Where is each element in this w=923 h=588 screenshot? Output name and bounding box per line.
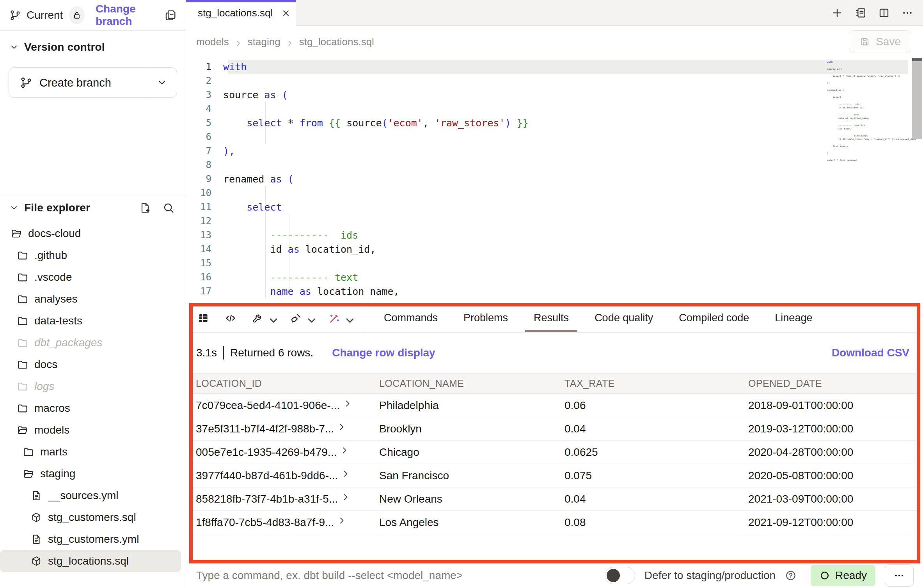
compile-code-button[interactable] bbox=[224, 312, 237, 324]
file-explorer-header[interactable]: File explorer bbox=[0, 202, 186, 214]
code-line-6[interactable]: 6 bbox=[186, 130, 923, 144]
minimap-line: ), bbox=[827, 81, 911, 85]
change-branch-link[interactable]: Change branch bbox=[96, 3, 164, 28]
tree-item-analyses[interactable]: analyses bbox=[0, 288, 181, 310]
new-tab-icon[interactable] bbox=[830, 6, 844, 20]
expand-cell-icon[interactable] bbox=[341, 469, 350, 478]
notebook-icon[interactable] bbox=[854, 6, 868, 20]
format-button[interactable] bbox=[290, 312, 313, 324]
tree-item--github[interactable]: .github bbox=[0, 244, 181, 266]
breadcrumb-item[interactable]: models bbox=[196, 36, 229, 48]
wrench-icon bbox=[252, 312, 264, 324]
code-line-15[interactable]: 15 bbox=[186, 256, 923, 270]
tab-stg-locations[interactable]: stg_locations.sql bbox=[186, 0, 296, 26]
more-options-icon[interactable] bbox=[900, 6, 914, 20]
panel-tab-compiled-code[interactable]: Compiled code bbox=[679, 304, 749, 332]
panel-tab-commands[interactable]: Commands bbox=[384, 304, 438, 332]
cell-location-name: San Francisco bbox=[373, 469, 558, 482]
editor-scrollbar[interactable] bbox=[912, 58, 922, 304]
expand-cell-icon[interactable] bbox=[337, 516, 346, 525]
close-tab-icon[interactable] bbox=[281, 9, 291, 18]
code-token: name bbox=[270, 286, 299, 297]
lock-icon bbox=[72, 10, 82, 20]
copy-icon[interactable] bbox=[164, 9, 177, 22]
code-line-14[interactable]: 14 id as location_id, bbox=[186, 242, 923, 256]
version-control-header[interactable]: Version control bbox=[0, 41, 186, 53]
defer-toggle[interactable] bbox=[605, 567, 635, 584]
code-line-10[interactable]: 10 bbox=[186, 186, 923, 200]
tree-item-stg-customers-sql[interactable]: stg_customers.sql bbox=[0, 507, 181, 528]
main-area: stg_locations.sql bbox=[186, 0, 923, 588]
more-actions-button[interactable] bbox=[885, 564, 914, 587]
chevron-down-icon bbox=[157, 78, 167, 88]
code-line-4[interactable]: 4 bbox=[186, 102, 923, 116]
expand-cell-icon[interactable] bbox=[340, 446, 349, 455]
split-pane-icon[interactable] bbox=[877, 6, 891, 20]
code-line-16[interactable]: 16 ---------- text bbox=[186, 270, 923, 284]
panel-tab-code-quality[interactable]: Code quality bbox=[595, 304, 653, 332]
tree-item-docs[interactable]: docs bbox=[0, 354, 181, 375]
tree-item-marts[interactable]: marts bbox=[0, 441, 181, 463]
tree-item-stg-customers-yml[interactable]: stg_customers.yml bbox=[0, 528, 181, 550]
ellipsis-icon bbox=[893, 570, 905, 581]
code-line-8[interactable]: 8 bbox=[186, 158, 923, 172]
tree-item-logs[interactable]: logs bbox=[0, 375, 181, 397]
change-row-display-link[interactable]: Change row display bbox=[332, 347, 435, 359]
tree-item-stg-locations-sql[interactable]: stg_locations.sql bbox=[0, 550, 181, 572]
table-header-row: LOCATION_IDLOCATION_NAMETAX_RATEOPENED_D… bbox=[189, 373, 919, 394]
command-bar: Type a command, ex. dbt build --select <… bbox=[186, 563, 923, 588]
tree-item-data-tests[interactable]: data-tests bbox=[0, 310, 181, 332]
code-line-5[interactable]: 5 select * from {{ source('ecom', 'raw_s… bbox=[186, 116, 923, 130]
tree-item-dbt-packages[interactable]: dbt_packages bbox=[0, 332, 181, 354]
cell-location-id: 005e7e1c-1935-4269-b479... bbox=[189, 446, 373, 459]
build-button[interactable] bbox=[252, 312, 275, 324]
line-number: 7 bbox=[186, 145, 223, 156]
minimap[interactable]: with source as ( select * from {{ source… bbox=[827, 60, 911, 162]
code-line-2[interactable]: 2 bbox=[186, 74, 923, 88]
code-line-11[interactable]: 11 select bbox=[186, 200, 923, 214]
scrollbar-thumb[interactable] bbox=[912, 61, 922, 139]
ai-assist-button[interactable] bbox=[328, 312, 351, 324]
expand-cell-icon[interactable] bbox=[343, 399, 352, 408]
tab-label: stg_locations.sql bbox=[198, 7, 273, 19]
create-branch-button[interactable]: Create branch bbox=[9, 68, 147, 97]
preview-table-button[interactable] bbox=[197, 312, 209, 324]
panel-toolbar: CommandsProblemsResultsCode qualityCompi… bbox=[189, 304, 919, 333]
panel-tab-results[interactable]: Results bbox=[534, 304, 569, 332]
command-input[interactable]: Type a command, ex. dbt build --select <… bbox=[196, 569, 463, 582]
tree-item-docs-cloud[interactable]: docs-cloud bbox=[0, 223, 181, 244]
code-line-3[interactable]: 3source as ( bbox=[186, 88, 923, 102]
help-icon[interactable] bbox=[785, 570, 797, 581]
divider bbox=[223, 346, 224, 360]
download-csv-link[interactable]: Download CSV bbox=[832, 347, 909, 359]
create-branch-split-button: Create branch bbox=[9, 67, 177, 98]
minimap-line: ---------- text bbox=[827, 113, 911, 116]
code-line-12[interactable]: 12 bbox=[186, 214, 923, 228]
tree-item-models[interactable]: models bbox=[0, 419, 181, 441]
tree-item--sources-yml[interactable]: __sources.yml bbox=[0, 485, 181, 507]
panel-tab-problems[interactable]: Problems bbox=[463, 304, 508, 332]
breadcrumb-item[interactable]: stg_locations.sql bbox=[299, 36, 374, 48]
code-line-17[interactable]: 17 name as location_name, bbox=[186, 284, 923, 298]
tree-item--vscode[interactable]: .vscode bbox=[0, 266, 181, 288]
code-line-9[interactable]: 9renamed as ( bbox=[186, 172, 923, 186]
search-icon[interactable] bbox=[162, 202, 175, 214]
create-branch-menu-button[interactable] bbox=[147, 68, 177, 97]
tree-item-macros[interactable]: macros bbox=[0, 397, 181, 419]
tree-item-staging[interactable]: staging bbox=[0, 463, 181, 485]
code-line-7[interactable]: 7), bbox=[186, 144, 923, 158]
status-badge[interactable]: Ready bbox=[811, 565, 875, 586]
save-button[interactable]: Save bbox=[849, 30, 911, 53]
expand-cell-icon[interactable] bbox=[337, 423, 346, 431]
cell-location-name: Brooklyn bbox=[373, 423, 558, 435]
expand-cell-icon[interactable] bbox=[341, 493, 350, 501]
breadcrumb-item[interactable]: staging bbox=[248, 36, 280, 48]
new-file-icon[interactable] bbox=[139, 202, 151, 214]
status-label: Ready bbox=[835, 569, 867, 582]
minimap-line bbox=[827, 141, 911, 144]
code-editor[interactable]: 1with23source as (45 select * from {{ so… bbox=[186, 58, 923, 304]
code-line-13[interactable]: 13 ---------- ids bbox=[186, 228, 923, 242]
rows-returned: Returned 6 rows. bbox=[230, 347, 313, 359]
panel-tab-lineage[interactable]: Lineage bbox=[775, 304, 812, 332]
code-line-1[interactable]: 1with bbox=[186, 60, 923, 74]
